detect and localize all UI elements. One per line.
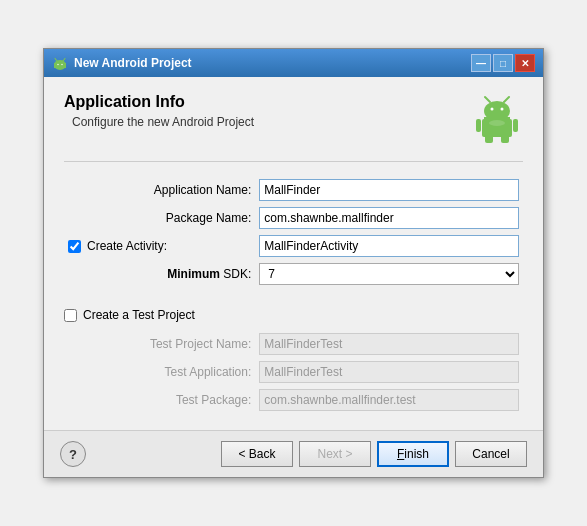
test-application-row: Test Application:	[64, 358, 523, 386]
svg-point-19	[489, 120, 505, 126]
svg-rect-16	[513, 119, 518, 132]
create-activity-row: Create Activity:	[64, 232, 523, 260]
button-bar: ? < Back Next > Finish Cancel	[44, 430, 543, 477]
divider-top	[64, 161, 523, 162]
finish-button[interactable]: Finish	[377, 441, 449, 467]
package-name-label: Package Name:	[64, 204, 255, 232]
create-activity-label: Create Activity:	[64, 232, 255, 260]
svg-point-5	[61, 64, 62, 65]
android-logo	[471, 93, 523, 145]
create-test-row: Create a Test Project	[64, 308, 523, 322]
create-test-checkbox[interactable]	[64, 309, 77, 322]
test-package-row: Test Package:	[64, 386, 523, 414]
window-title: New Android Project	[74, 56, 192, 70]
main-window: New Android Project — □ ✕ Application In…	[43, 48, 544, 478]
help-button[interactable]: ?	[60, 441, 86, 467]
min-sdk-row: Minimum SDK: 3 4 5 6 7 8 9 10	[64, 260, 523, 288]
create-test-label: Create a Test Project	[83, 308, 195, 322]
test-project-name-label: Test Project Name:	[64, 330, 255, 358]
next-button[interactable]: Next >	[299, 441, 371, 467]
activity-name-input[interactable]	[259, 235, 519, 257]
svg-point-9	[491, 108, 494, 111]
cancel-button[interactable]: Cancel	[455, 441, 527, 467]
svg-point-10	[501, 108, 504, 111]
app-name-input[interactable]	[259, 179, 519, 201]
package-name-row: Package Name:	[64, 204, 523, 232]
test-package-label: Test Package:	[64, 386, 255, 414]
svg-line-6	[55, 59, 57, 62]
svg-rect-15	[476, 119, 481, 132]
title-bar-android-icon	[52, 55, 68, 71]
svg-rect-1	[54, 63, 66, 68]
maximize-button[interactable]: □	[493, 54, 513, 72]
svg-rect-18	[501, 135, 509, 143]
min-sdk-select[interactable]: 3 4 5 6 7 8 9 10	[259, 263, 519, 285]
title-bar-left: New Android Project	[52, 55, 192, 71]
test-section: Create a Test Project Test Project Name:	[64, 302, 523, 414]
test-package-input	[259, 389, 519, 411]
form-table: Application Name: Package Name:	[64, 176, 523, 288]
section-subtitle: Configure the new Android Project	[72, 115, 254, 129]
package-name-input[interactable]	[259, 207, 519, 229]
app-name-label: Application Name:	[64, 176, 255, 204]
test-form-table: Test Project Name: Test Application:	[64, 330, 523, 414]
close-button[interactable]: ✕	[515, 54, 535, 72]
content-area: Application Info Configure the new Andro…	[44, 77, 543, 430]
svg-line-12	[504, 97, 509, 102]
section-title: Application Info	[64, 93, 254, 111]
app-name-row: Application Name:	[64, 176, 523, 204]
test-application-input	[259, 361, 519, 383]
svg-line-11	[485, 97, 490, 102]
svg-rect-17	[485, 135, 493, 143]
title-bar-controls: — □ ✕	[471, 54, 535, 72]
title-bar: New Android Project — □ ✕	[44, 49, 543, 77]
header-area: Application Info Configure the new Andro…	[64, 93, 523, 145]
test-project-name-row: Test Project Name:	[64, 330, 523, 358]
min-sdk-label: Minimum SDK:	[64, 260, 255, 288]
test-project-name-input	[259, 333, 519, 355]
svg-point-4	[57, 64, 58, 65]
back-button[interactable]: < Back	[221, 441, 293, 467]
test-application-label: Test Application:	[64, 358, 255, 386]
create-activity-checkbox[interactable]	[68, 240, 81, 253]
minimize-button[interactable]: —	[471, 54, 491, 72]
svg-line-7	[63, 59, 65, 62]
section-header: Application Info Configure the new Andro…	[64, 93, 254, 129]
